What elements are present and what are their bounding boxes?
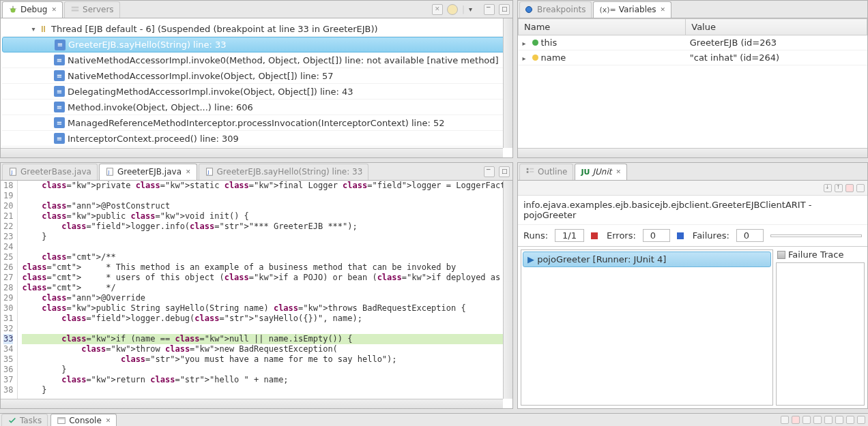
code-line[interactable]: class="cmt"> * This method is an example… (22, 262, 512, 273)
console-button[interactable] (792, 416, 800, 424)
stack-frame-row[interactable]: Method.invoke(Object, Object...) line: 6… (2, 100, 511, 115)
code-area[interactable]: class="kw">private class="kw">static cla… (18, 181, 512, 408)
code-line[interactable]: class="str">"you must have a name for me… (22, 354, 512, 365)
stack-frame-icon (54, 55, 65, 65)
toolbar-button[interactable] (447, 4, 458, 15)
line-number: 24 (3, 242, 13, 252)
expander-icon[interactable]: ▾ (29, 25, 38, 33)
line-number: 18 (3, 181, 13, 191)
close-icon[interactable]: ✕ (616, 168, 621, 175)
tab-junit[interactable]: JU JUnit ✕ (575, 164, 627, 180)
code-line[interactable]: class="field">logger.debug(class="str">"… (22, 314, 512, 324)
test-item[interactable]: ▶ pojoGreeter [Runner: JUnit 4] (523, 252, 771, 267)
stack-frame-icon (54, 70, 65, 81)
junit-tabstrip: Outline JU JUnit ✕ (518, 163, 867, 181)
tab-variables[interactable]: (x)= Variables ✕ (593, 1, 671, 18)
next-failure-button[interactable]: ↓ (824, 184, 832, 192)
hscrollbar[interactable] (518, 148, 867, 157)
close-icon[interactable]: ✕ (186, 168, 191, 175)
remove-terminated-button[interactable] (432, 4, 443, 15)
code-line[interactable]: class="kw">if (name == class="kw">null |… (22, 334, 512, 344)
stop-button[interactable] (845, 184, 854, 192)
svg-line-2 (10, 8, 12, 10)
expander-icon[interactable]: ▸ (523, 40, 530, 47)
code-line[interactable] (22, 324, 512, 334)
view-menu-button[interactable] (469, 4, 480, 15)
code-line[interactable] (22, 191, 512, 201)
tab-debug[interactable]: Debug ✕ (2, 1, 63, 18)
col-name[interactable]: Name (519, 19, 686, 35)
editor-tab[interactable]: JGreeterEJB.java✕ (99, 164, 197, 180)
stack-frame-row[interactable]: DelegatingMethodAccessorImpl.invoke(Obje… (2, 84, 511, 100)
close-icon[interactable]: ✕ (51, 6, 57, 13)
tab-tasks[interactable]: Tasks (1, 414, 48, 427)
close-icon[interactable]: ✕ (106, 417, 111, 424)
stack-frame-label: InterceptorContext.proceed() line: 309 (68, 134, 239, 144)
stack-frame-row[interactable]: ManagedReferenceMethodInterceptor.proces… (2, 115, 511, 131)
line-number: 38 (3, 385, 13, 395)
tab-outline[interactable]: Outline (519, 164, 573, 180)
code-line[interactable]: class="kw">private class="kw">static cla… (22, 181, 512, 191)
code-line[interactable]: class="kw">throw class="kw">new BadReque… (22, 344, 512, 354)
tab-console[interactable]: Console ✕ (50, 414, 117, 427)
vscrollbar[interactable] (503, 18, 512, 148)
code-line[interactable]: class="kw">public class="kw">void init()… (22, 211, 512, 222)
prev-failure-button[interactable]: ↑ (835, 184, 843, 192)
stack-frame-label: ManagedReferenceMethodInterceptor.proces… (68, 118, 445, 128)
editor-tabstrip: JGreeterBase.javaJGreeterEJB.java✕JGreet… (1, 163, 512, 181)
code-line[interactable]: class="ann">@PostConstruct (22, 201, 512, 211)
console-button[interactable] (802, 416, 811, 424)
console-button[interactable] (824, 416, 833, 424)
code-line[interactable]: } (22, 232, 512, 242)
col-value[interactable]: Value (686, 19, 867, 35)
code-editor[interactable]: 1819202122232425262728293031323334353637… (1, 181, 512, 408)
maximize-button[interactable] (499, 4, 510, 15)
hscrollbar[interactable] (1, 399, 503, 408)
code-line[interactable]: class="ann">@Override (22, 293, 512, 303)
progress-bar (770, 234, 862, 237)
code-line[interactable]: class="cmt">/** (22, 252, 512, 262)
console-button[interactable] (781, 416, 789, 424)
variable-row[interactable]: ▸thisGreeterEJB (id=263 (519, 35, 867, 50)
code-line[interactable]: class="kw">public String sayHello(String… (22, 303, 512, 314)
hscrollbar[interactable] (1, 148, 503, 157)
variables-tabstrip: Breakpoints (x)= Variables ✕ (518, 1, 867, 18)
stack-frame-row[interactable]: NativeMethodAccessorImpl.invoke0(Method,… (2, 52, 511, 68)
debug-stack-tree[interactable]: ▾ ⏸ Thread [EJB default - 6] (Suspended … (1, 18, 512, 157)
vscrollbar[interactable] (503, 181, 512, 399)
maximize-button[interactable] (499, 166, 510, 177)
code-line[interactable]: class="field">logger.info(class="str">"*… (22, 222, 512, 232)
thread-row[interactable]: ▾ ⏸ Thread [EJB default - 6] (Suspended … (2, 21, 511, 37)
variables-table[interactable]: Name Value ▸thisGreeterEJB (id=263▸name"… (518, 18, 867, 65)
stack-frame-icon (54, 102, 65, 112)
svg-line-3 (15, 8, 16, 10)
junit-test-tree[interactable]: ▶ pojoGreeter [Runner: JUnit 4] (521, 249, 773, 406)
editor-tab[interactable]: JGreeterEJB.sayHello(String) line: 33 (199, 164, 369, 180)
stack-frame-row[interactable]: GreeterEJB.sayHello(String) line: 33 (2, 37, 511, 52)
line-gutter: 1819202122232425262728293031323334353637… (1, 181, 18, 408)
close-icon[interactable]: ✕ (661, 6, 666, 13)
history-button[interactable] (856, 184, 865, 192)
minimize-button[interactable] (484, 166, 495, 177)
tab-breakpoints[interactable]: Breakpoints (519, 1, 592, 18)
tab-servers[interactable]: Servers (64, 1, 120, 18)
code-line[interactable]: } (22, 365, 512, 375)
console-button[interactable] (813, 416, 822, 424)
code-line[interactable] (22, 242, 512, 252)
code-line[interactable]: class="kw">return class="str">"hello " +… (22, 375, 512, 385)
console-button[interactable] (835, 416, 843, 424)
editor-tab[interactable]: JGreeterBase.java (2, 164, 98, 180)
stack-frame-row[interactable]: InterceptorContext.proceed() line: 309 (2, 131, 511, 147)
console-button[interactable] (857, 416, 865, 424)
stack-frame-row[interactable]: NativeMethodAccessorImpl.invoke(Object, … (2, 68, 511, 84)
code-line[interactable]: class="cmt"> * users of this object (cla… (22, 273, 512, 283)
variable-row[interactable]: ▸name"cat inhat" (id=264) (519, 50, 867, 65)
expander-icon[interactable]: ▸ (523, 55, 530, 62)
code-line[interactable]: class="cmt"> */ (22, 283, 512, 293)
minimize-button[interactable] (484, 4, 495, 15)
stack-frame-label: Method.invoke(Object, Object...) line: 6… (68, 102, 253, 112)
failure-trace-area[interactable] (776, 262, 865, 406)
console-button[interactable] (846, 416, 854, 424)
tab-breakpoints-label: Breakpoints (537, 5, 585, 14)
code-line[interactable]: } (22, 385, 512, 395)
